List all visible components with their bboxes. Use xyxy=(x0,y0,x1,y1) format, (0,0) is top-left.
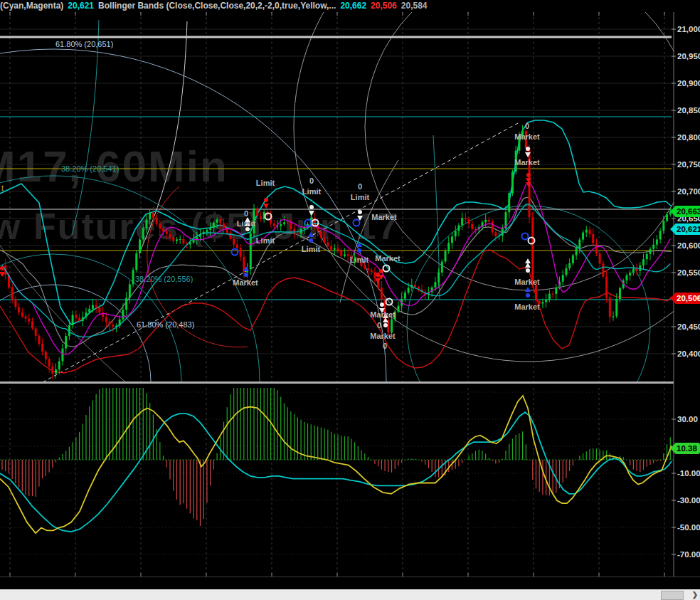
trade-label: Limit xyxy=(237,219,255,228)
trade-label: Market xyxy=(514,158,539,167)
chart-canvas[interactable] xyxy=(0,0,700,600)
trade-marker-buy-blue xyxy=(309,238,313,243)
price-axis-label: 20,800 xyxy=(677,133,700,142)
fib-retracement-label: t xyxy=(1,184,4,192)
horizontal-scrollbar[interactable] xyxy=(0,589,700,600)
trendline xyxy=(43,122,519,382)
time-axis xyxy=(0,577,700,590)
trade-label: Limit xyxy=(256,179,275,187)
trade-label: Market xyxy=(514,132,539,141)
trade-label: Limit xyxy=(351,193,369,201)
trade-marker-buy-white2 xyxy=(526,268,530,273)
trade-label: 0 xyxy=(244,209,248,218)
trade-label: Limit xyxy=(256,236,275,245)
trade-marker-sell-red xyxy=(264,198,268,202)
trade-label: Limit xyxy=(350,256,368,264)
price-axis-label: 20,900 xyxy=(677,79,700,88)
trade-label: Market xyxy=(371,213,396,221)
trade-label: 0 xyxy=(309,177,314,185)
trade-label: Market xyxy=(370,332,395,340)
price-axis-label: 20,550 xyxy=(677,268,700,277)
panel-separator[interactable] xyxy=(0,381,674,384)
price-panel[interactable] xyxy=(0,0,700,600)
trade-marker-sell-red2 xyxy=(526,173,531,177)
price-badge: 20,506 xyxy=(674,293,700,304)
price-axis-label: 20,850 xyxy=(677,106,700,115)
fib-retracement-label: 61.80% (20,483) xyxy=(137,320,194,329)
candles xyxy=(4,125,672,379)
trade-marker-sell-white xyxy=(526,147,530,151)
oscillator-axis-label: -50.00 xyxy=(677,523,700,532)
fib-retracement-label: 38.20% (20,541) xyxy=(61,164,119,173)
oscillator-axis-label: 30.00 xyxy=(677,415,698,423)
scroll-right-icon[interactable]: ❯ xyxy=(690,589,700,600)
fib-arc xyxy=(365,0,692,290)
decorative-arc xyxy=(72,20,99,235)
trade-marker-sell-white xyxy=(380,302,384,307)
trade-marker-sell-white xyxy=(309,205,314,209)
trading-chart-window: (Cyan,Magenta)20,621Bollinger Bands (Clo… xyxy=(0,0,700,600)
trade-marker-buy-blue xyxy=(357,248,361,253)
trade-label: Limit xyxy=(302,187,321,196)
price-axis-label: 21,000 xyxy=(677,25,700,33)
trade-marker-buy-blue xyxy=(244,273,248,277)
trade-marker-circle-blue xyxy=(354,220,360,226)
trade-label: 0 xyxy=(525,122,529,130)
fib-arc xyxy=(294,0,700,362)
price-axis-label: 20,600 xyxy=(677,241,700,250)
oscillator-axis-label: -70.00 xyxy=(677,550,700,559)
trade-marker-circle-blue xyxy=(522,233,529,240)
trade-marker-sell-red xyxy=(376,273,380,277)
oscillator-axis-label: -10.00 xyxy=(677,469,700,478)
trade-label: Market xyxy=(514,302,539,311)
decorative-arc xyxy=(340,160,398,302)
trade-marker-sell-red xyxy=(0,266,4,270)
trade-label: Market xyxy=(233,278,258,287)
trade-marker-buy-blue xyxy=(526,293,530,298)
price-axis-label: 20,400 xyxy=(677,349,700,358)
trade-label: Limit xyxy=(302,245,320,253)
fib-retracement-label: 38.20% (20,556) xyxy=(135,275,193,283)
price-badge: 20,663 xyxy=(674,206,700,217)
trade-marker-buy-white2 xyxy=(383,323,388,327)
trade-label: 0 xyxy=(358,182,362,191)
trade-label: Market xyxy=(375,254,400,263)
oscillator-value-badge: 10.38 xyxy=(674,443,700,454)
trade-label: Market xyxy=(370,310,395,319)
trade-label: Market xyxy=(514,278,539,286)
oscillator-axis-label: -30.00 xyxy=(677,496,700,505)
fib-retracement-label: 61.80% (20,651) xyxy=(55,40,113,48)
scrollbar-thumb[interactable] xyxy=(661,591,684,600)
price-badge: 20,621 xyxy=(674,223,700,235)
trade-label: 0 xyxy=(383,342,387,350)
trade-label: 0 xyxy=(377,321,381,330)
decorative-arc xyxy=(0,246,167,416)
price-axis-label: 20,450 xyxy=(677,322,700,331)
price-axis-label: 20,950 xyxy=(677,52,700,60)
price-axis-label: 20,700 xyxy=(677,187,700,196)
price-axis-label: 20,750 xyxy=(677,160,700,169)
trade-marker-sell-white xyxy=(358,210,362,214)
